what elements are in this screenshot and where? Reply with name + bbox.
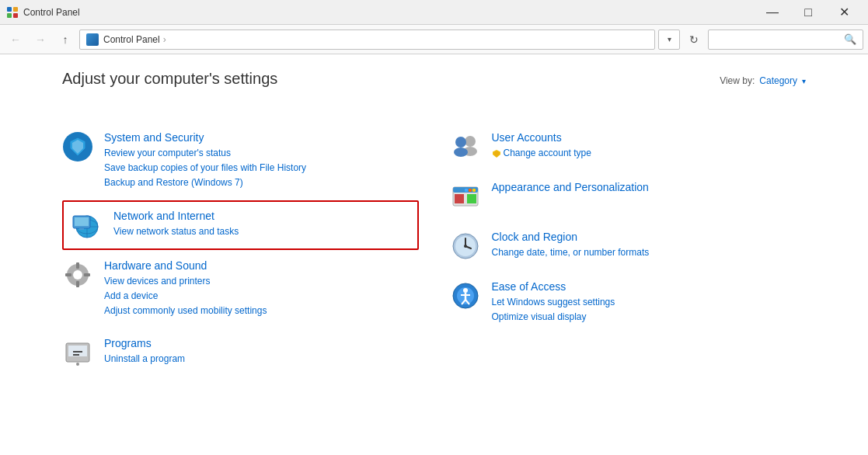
user-accounts-title[interactable]: User Accounts [492,131,807,144]
system-security-text: System and Security Review your computer… [104,131,419,191]
svg-rect-1 [13,7,18,12]
shield-badge [492,146,501,161]
clock-text: Clock and Region Change date, time, or n… [492,231,807,260]
appearance-title[interactable]: Appearance and Personalization [492,181,807,193]
search-box[interactable]: 🔍 [708,30,863,50]
system-security-link-3[interactable]: Backup and Restore (Windows 7) [104,175,419,190]
category-user-accounts: User Accounts Change account type [450,122,807,172]
hardware-title[interactable]: Hardware and Sound [104,259,419,272]
page-title: Adjust your computer's settings [62,70,277,88]
hardware-icon [62,259,93,290]
hardware-link-1[interactable]: View devices and printers [104,274,419,289]
network-text: Network and Internet View network status… [113,210,410,239]
category-ease-access: Ease of Access Let Windows suggest setti… [450,271,807,334]
svg-rect-37 [472,189,476,192]
user-accounts-text: User Accounts Change account type [492,131,807,161]
refresh-button[interactable]: ↻ [683,29,705,50]
svg-point-46 [463,288,468,293]
category-appearance: Appearance and Personalization [450,172,807,221]
programs-icon [62,337,93,368]
view-by-label: View by: [720,75,755,86]
categories-grid: System and Security Review your computer… [62,122,806,377]
system-security-link-1[interactable]: Review your computer's status [104,146,419,161]
view-by: View by: Category ▾ [720,75,806,86]
view-by-value[interactable]: Category [759,75,797,86]
clock-title[interactable]: Clock and Region [492,231,807,243]
svg-rect-35 [467,194,476,203]
address-separator: › [163,34,166,45]
title-bar: Control Panel — □ ✕ [0,0,868,25]
appearance-icon [450,181,481,212]
ease-access-icon [450,280,481,311]
system-security-title[interactable]: System and Security [104,131,419,144]
svg-rect-19 [65,273,71,276]
category-hardware-sound: Hardware and Sound View devices and prin… [62,250,419,328]
svg-point-16 [73,270,82,280]
category-network-internet: Network and Internet View network status… [62,200,419,250]
up-button[interactable]: ↑ [54,29,76,50]
network-link-1[interactable]: View network status and tasks [113,224,410,239]
clock-link-1[interactable]: Change date, time, or number formats [492,245,807,260]
right-column: User Accounts Change account type [450,122,807,377]
left-column: System and Security Review your computer… [62,122,419,377]
svg-rect-14 [79,228,84,230]
svg-point-26 [465,136,476,147]
clock-icon [450,231,481,262]
svg-rect-34 [455,194,464,203]
ease-access-link-1[interactable]: Let Windows suggest settings [492,295,807,310]
user-accounts-link-1[interactable]: Change account type [492,146,807,161]
svg-rect-18 [76,281,79,287]
address-dropdown[interactable]: ▾ [658,30,680,50]
network-title[interactable]: Network and Internet [113,210,410,222]
svg-rect-38 [465,189,468,192]
main-content: Adjust your computer's settings View by:… [0,54,868,393]
appearance-text: Appearance and Personalization [492,181,807,196]
svg-rect-25 [73,354,79,356]
address-bar: ← → ↑ Control Panel › ▾ ↻ 🔍 [0,25,868,54]
close-button[interactable]: ✕ [826,0,862,25]
minimize-button[interactable]: — [755,0,790,25]
ease-access-link-2[interactable]: Optimize visual display [492,310,807,325]
system-security-link-2[interactable]: Save backup copies of your files with Fi… [104,161,419,175]
category-programs: Programs Uninstall a program [62,328,419,377]
svg-rect-36 [469,189,472,192]
hardware-text: Hardware and Sound View devices and prin… [104,259,419,319]
network-icon [71,210,103,241]
programs-link-1[interactable]: Uninstall a program [104,352,419,366]
search-icon: 🔍 [844,33,856,45]
svg-rect-17 [76,262,79,269]
svg-point-43 [464,245,467,248]
category-clock-region: Clock and Region Change date, time, or n… [450,221,807,271]
back-button[interactable]: ← [5,29,26,50]
address-icon [86,33,99,46]
ease-access-text: Ease of Access Let Windows suggest setti… [492,280,807,325]
svg-rect-12 [75,217,89,226]
forward-button[interactable]: → [30,29,51,50]
title-bar-title: Control Panel [23,7,755,18]
address-text: Control Panel [103,34,160,45]
hardware-link-2[interactable]: Add a device [104,289,419,304]
title-bar-icon [6,6,19,19]
programs-title[interactable]: Programs [104,337,419,349]
address-path[interactable]: Control Panel › [79,30,655,50]
svg-point-23 [76,363,79,366]
svg-rect-20 [84,273,90,276]
svg-point-28 [455,137,466,148]
programs-text: Programs Uninstall a program [104,337,419,366]
svg-point-29 [454,148,468,157]
system-security-icon [62,131,93,162]
ease-access-title[interactable]: Ease of Access [492,280,807,293]
maximize-button[interactable]: □ [790,0,826,25]
view-by-arrow[interactable]: ▾ [802,77,806,85]
title-bar-controls: — □ ✕ [755,0,862,25]
svg-rect-24 [73,351,82,353]
category-system-security: System and Security Review your computer… [62,122,419,200]
svg-rect-0 [7,7,12,12]
hardware-link-3[interactable]: Adjust commonly used mobility settings [104,304,419,318]
user-accounts-icon [450,131,481,162]
svg-rect-3 [13,13,18,18]
svg-rect-2 [7,13,12,18]
